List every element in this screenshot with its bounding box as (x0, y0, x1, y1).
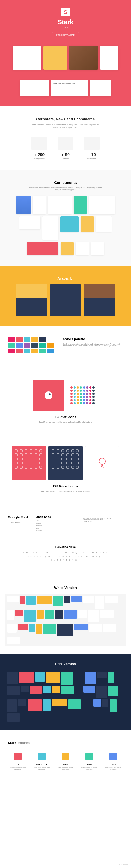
wired-icon (61, 449, 64, 452)
flat-icon (74, 390, 76, 392)
flat-icon (86, 402, 88, 404)
collage-item (7, 686, 20, 695)
collage-item (30, 686, 42, 694)
flat-icon (83, 393, 85, 395)
collage-item (95, 596, 104, 609)
features-grid: UILorem ipsum dolor sit amet consectetur… (8, 753, 123, 770)
palette-grid (8, 337, 55, 353)
alphabet-upper: A B C D E F G H I J K L M N O P Q R S T … (8, 551, 123, 555)
color-swatch (32, 343, 38, 347)
wired-icon (20, 454, 23, 456)
flat-icon (80, 393, 82, 395)
collage-item (78, 610, 87, 618)
component-card (91, 242, 104, 255)
collage-item (19, 672, 34, 683)
hero-cards-row1 (0, 46, 131, 80)
feature-desc: Lorem ipsum dolor sit amet consectetur (79, 767, 99, 770)
helvetica-block: Helvetica Neue A B C D E F G H I J K L M… (8, 540, 123, 567)
wired-card (48, 446, 83, 480)
color-swatch (24, 343, 30, 347)
wired-icon (56, 462, 59, 464)
color-swatch (39, 343, 46, 347)
logo-mark: S (61, 8, 70, 16)
dark-collage (5, 670, 126, 722)
section-title: White Version (0, 586, 131, 590)
hero-section: S Stark UI KIT FREE DOWNLOAD MODERN INTE… (0, 0, 131, 106)
collage-item (61, 686, 75, 694)
wired-icon (66, 449, 69, 452)
flat-icon (83, 386, 85, 389)
wired-icon (15, 449, 17, 452)
flat-icon (92, 390, 95, 392)
section-title: Components (5, 181, 126, 185)
collage-item (110, 699, 117, 712)
feature-desc: Lorem ipsum dolor sit amet consectetur (103, 767, 123, 770)
wired-icon (30, 449, 32, 452)
stat-item: + 200 Components (32, 137, 47, 160)
component-card (60, 242, 74, 255)
feature-item: RTL & LTRLorem ipsum dolor sit amet cons… (32, 753, 52, 770)
wired-icon (15, 466, 17, 469)
collage-item (43, 686, 51, 693)
collage-item (83, 596, 94, 603)
stats-row: + 200 Components + 90 Elements + 10 Cate… (8, 137, 123, 160)
collage-item (64, 596, 70, 603)
flat-icon (74, 396, 76, 398)
collage-item (102, 699, 108, 707)
flat-icon (83, 402, 85, 404)
wired-icon (20, 458, 23, 460)
feature-item: UILorem ipsum dolor sit amet consectetur (8, 753, 28, 770)
collage-item (105, 596, 118, 603)
collage-item (71, 596, 82, 602)
component-card (96, 216, 112, 232)
feature-item: EasyLorem ipsum dolor sit amet consectet… (103, 753, 123, 770)
section-title: 128 Wired Icons (8, 484, 123, 488)
icon-card-grid (67, 380, 98, 411)
collage-item (74, 672, 84, 681)
flat-icon (77, 393, 79, 395)
wired-icon (30, 458, 32, 460)
collage-item (93, 699, 101, 707)
collage-item (20, 596, 26, 604)
section-title: 128 flat Icons (8, 415, 123, 419)
white-version-section: White Version (0, 578, 131, 654)
rocket-icon (94, 455, 110, 470)
collage-item (108, 686, 119, 696)
wired-icon (66, 458, 69, 460)
component-card (33, 196, 46, 214)
wired-icon (25, 466, 27, 469)
collage-item (29, 623, 35, 632)
wired-icon (66, 462, 69, 464)
flat-icon (89, 386, 91, 389)
hero-card (20, 80, 49, 96)
download-button[interactable]: FREE DOWNLOAD (52, 32, 79, 38)
color-swatch (47, 337, 54, 342)
wired-icon (20, 466, 23, 469)
flat-icon (86, 393, 88, 395)
feature-title: UI (8, 763, 28, 766)
corporate-section: Corporate, News and Ecommerce Stark UI k… (0, 106, 131, 170)
collage-item (43, 699, 51, 711)
collage-item (97, 672, 106, 678)
component-card (19, 216, 40, 229)
flat-icon (74, 386, 76, 389)
wired-icon (20, 462, 23, 464)
wired-icon (35, 449, 37, 452)
wired-icon (71, 454, 74, 456)
arabic-card (84, 284, 115, 316)
collage-item (46, 672, 59, 683)
hero-title: Stark (0, 19, 131, 26)
collage-item (21, 686, 29, 692)
section-desc: Stark UI kit has very beautiful icons an… (29, 490, 102, 492)
wired-icon (39, 458, 42, 460)
wired-icon (76, 462, 79, 464)
stat-item: + 10 Categories (84, 137, 99, 160)
collage-item (45, 610, 54, 619)
wired-icon (71, 466, 74, 469)
collage-item (17, 699, 27, 706)
collage-item (85, 672, 96, 684)
hero-card (43, 46, 67, 70)
stat-image (84, 137, 99, 150)
collage-item (17, 623, 28, 630)
collage-item (24, 610, 36, 622)
